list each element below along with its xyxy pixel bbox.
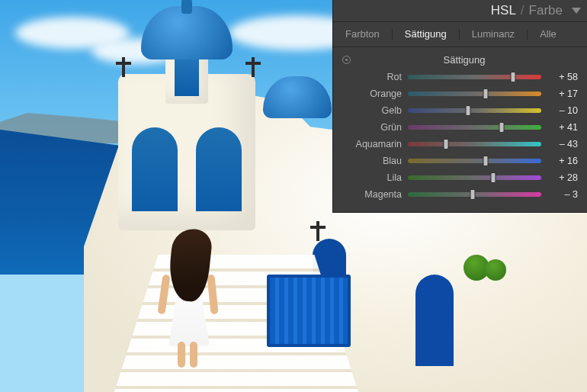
- panel-header[interactable]: HSL / Farbe: [333, 0, 587, 22]
- slider-value-green[interactable]: + 41: [547, 122, 578, 133]
- slider-thumb-blue[interactable]: [483, 156, 488, 166]
- slider-row-orange: Orange+ 17: [342, 85, 578, 102]
- slider-label-green: Grün: [342, 122, 402, 133]
- slider-thumb-red[interactable]: [511, 72, 516, 82]
- slider-label-yellow: Gelb: [342, 105, 402, 116]
- slider-label-magenta: Magenta: [342, 189, 402, 200]
- slider-track-orange[interactable]: [408, 92, 541, 96]
- slider-row-magenta: Magenta– 3: [342, 186, 578, 203]
- hsl-panel: HSL / Farbe Farbton Sättigung Luminanz A…: [332, 0, 587, 213]
- slider-value-blue[interactable]: + 16: [547, 156, 578, 166]
- tab-all[interactable]: Alle: [537, 28, 560, 40]
- slider-track-magenta[interactable]: [408, 192, 541, 197]
- slider-value-yellow[interactable]: – 10: [547, 105, 578, 116]
- slider-value-aqua[interactable]: – 43: [547, 139, 578, 149]
- slider-row-red: Rot+ 58: [342, 69, 578, 85]
- slider-track-aqua[interactable]: [408, 142, 541, 146]
- slider-track-blue[interactable]: [408, 159, 541, 163]
- panel-title-hsl: HSL: [491, 3, 516, 18]
- slider-row-purple: Lila+ 28: [342, 169, 578, 186]
- panel-title-color: Farbe: [529, 3, 563, 18]
- hsl-tabs: Farbton Sättigung Luminanz Alle: [333, 22, 587, 47]
- slider-track-red[interactable]: [408, 75, 541, 79]
- slider-label-purple: Lila: [342, 172, 402, 183]
- slider-value-purple[interactable]: + 28: [547, 172, 578, 183]
- slider-label-aqua: Aquamarin: [342, 139, 402, 149]
- tab-divider: [459, 29, 460, 40]
- slider-thumb-green[interactable]: [499, 122, 505, 133]
- section-title: Sättigung: [351, 54, 578, 66]
- slider-thumb-yellow[interactable]: [465, 105, 470, 116]
- slider-thumb-magenta[interactable]: [470, 189, 475, 200]
- tab-divider: [527, 29, 528, 40]
- slider-group: Rot+ 58Orange+ 17Gelb– 10Grün+ 41Aquamar…: [333, 68, 587, 212]
- collapse-icon[interactable]: [572, 8, 581, 14]
- slider-track-green[interactable]: [408, 125, 541, 130]
- slider-row-green: Grün+ 41: [342, 119, 578, 136]
- slider-track-yellow[interactable]: [408, 108, 541, 113]
- slider-label-red: Rot: [342, 72, 402, 82]
- slider-row-blue: Blau+ 16: [342, 153, 578, 169]
- slider-label-blue: Blau: [342, 156, 402, 166]
- slider-thumb-aqua[interactable]: [443, 139, 448, 149]
- slider-track-purple[interactable]: [408, 175, 541, 180]
- tab-luminance[interactable]: Luminanz: [469, 28, 518, 40]
- slider-row-aqua: Aquamarin– 43: [342, 136, 578, 153]
- slider-row-yellow: Gelb– 10: [342, 102, 578, 119]
- slider-thumb-orange[interactable]: [483, 88, 489, 99]
- tab-hue[interactable]: Farbton: [342, 28, 383, 40]
- slider-value-orange[interactable]: + 17: [547, 88, 578, 99]
- slider-thumb-purple[interactable]: [491, 172, 496, 183]
- slider-value-magenta[interactable]: – 3: [547, 189, 578, 200]
- tab-saturation[interactable]: Sättigung: [402, 28, 450, 40]
- slider-value-red[interactable]: + 58: [547, 72, 578, 82]
- targeted-adjustment-tool-icon[interactable]: [342, 56, 351, 64]
- slider-label-orange: Orange: [342, 88, 402, 99]
- panel-title-sep: /: [521, 3, 524, 18]
- tab-divider: [392, 29, 393, 40]
